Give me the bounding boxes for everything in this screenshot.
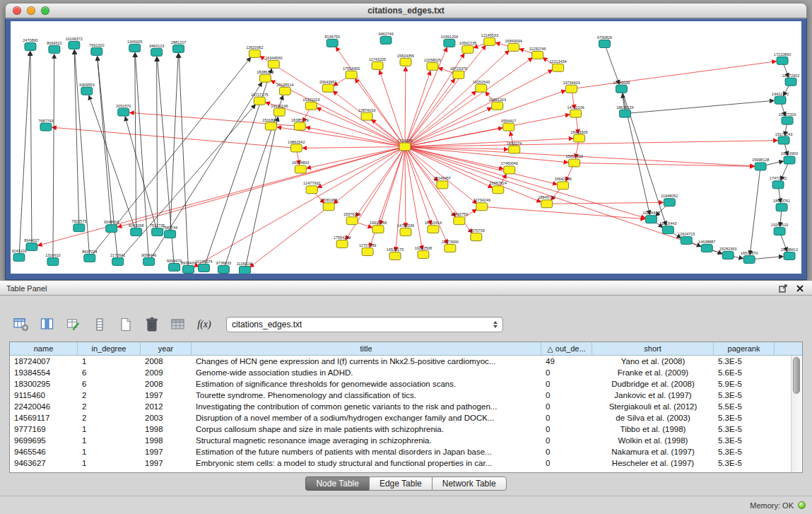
graph-edge[interactable] (336, 47, 405, 147)
new-file-icon[interactable] (117, 315, 134, 334)
graph-node[interactable] (49, 45, 60, 53)
graph-node[interactable] (775, 96, 786, 104)
graph-edge[interactable] (260, 57, 405, 147)
graph-node[interactable] (503, 123, 514, 131)
graph-node[interactable] (218, 266, 229, 274)
column-header-pagerank[interactable]: pagerank (714, 342, 775, 355)
graph-node[interactable] (249, 49, 260, 57)
column-settings-icon[interactable] (13, 315, 30, 334)
graph-node[interactable] (169, 264, 180, 271)
graph-node[interactable] (69, 41, 80, 49)
column-header-title[interactable]: title (192, 342, 541, 355)
graph-edge[interactable] (405, 141, 777, 147)
graph-node[interactable] (664, 199, 675, 206)
graph-node[interactable] (772, 181, 784, 189)
graph-node[interactable] (462, 45, 473, 53)
graph-edge[interactable] (405, 90, 565, 146)
graph-node[interactable] (372, 226, 384, 233)
graph-node[interactable] (569, 159, 580, 167)
table-row[interactable]: 946554611997Estimation of the future num… (10, 446, 802, 457)
graph-node[interactable] (268, 60, 279, 68)
scrollbar-thumb[interactable] (793, 357, 800, 394)
table-row[interactable]: 911546021997Tourette syndrome. Phenomeno… (10, 390, 802, 401)
graph-node[interactable] (574, 134, 585, 142)
network-canvas[interactable]: 1724076165327495544171086120316251543187… (11, 21, 801, 274)
graph-node[interactable] (645, 216, 657, 223)
graph-node[interactable] (476, 84, 487, 92)
delete-icon[interactable] (143, 315, 160, 334)
graph-node[interactable] (504, 166, 515, 174)
graph-node[interactable] (26, 243, 37, 251)
graph-node[interactable] (444, 39, 455, 47)
close-panel-icon[interactable] (794, 283, 806, 294)
graph-node[interactable] (784, 156, 795, 164)
graph-node[interactable] (199, 264, 210, 272)
graph-node[interactable] (183, 266, 194, 274)
graph-node[interactable] (476, 203, 488, 211)
graph-edge[interactable] (604, 44, 619, 84)
graph-edge[interactable] (405, 115, 570, 147)
graph-node[interactable] (239, 267, 250, 274)
graph-edge[interactable] (170, 54, 179, 234)
network-svg[interactable]: 1724076165327495544171086120316251543187… (11, 21, 801, 274)
graph-node[interactable] (558, 182, 569, 189)
graph-node[interactable] (541, 200, 553, 208)
graph-node[interactable] (508, 43, 519, 51)
graph-node[interactable] (165, 230, 176, 238)
show-columns-icon[interactable] (39, 315, 56, 334)
graph-node[interactable] (743, 256, 755, 264)
graph-edge[interactable] (135, 53, 136, 232)
table-row[interactable]: 1830029562008Estimation of significance … (10, 378, 802, 390)
graph-node[interactable] (84, 255, 95, 262)
graph-node[interactable] (259, 74, 271, 82)
graph-edge[interactable] (306, 127, 405, 147)
graph-node[interactable] (91, 47, 102, 55)
graph-node[interactable] (400, 58, 411, 66)
column-icon[interactable] (91, 315, 108, 334)
graph-node[interactable] (553, 64, 564, 71)
table-row[interactable]: 969969511998Structural magnetic resonanc… (10, 435, 802, 446)
window-titlebar[interactable]: citations_edges.txt (5, 3, 807, 18)
graph-edge[interactable] (405, 67, 406, 147)
graph-node[interactable] (151, 48, 163, 56)
graph-node[interactable] (777, 57, 788, 64)
graph-edge[interactable] (302, 147, 405, 148)
graph-node[interactable] (254, 97, 265, 105)
graph-edge[interactable] (307, 147, 405, 168)
graph-edge[interactable] (547, 202, 664, 204)
table-select-dropdown[interactable]: citations_edges.txt (226, 317, 503, 332)
graph-edge[interactable] (30, 52, 32, 247)
graph-node[interactable] (785, 78, 796, 86)
zoom-window-icon[interactable] (41, 6, 49, 15)
graph-node[interactable] (389, 252, 401, 260)
graph-node[interactable] (143, 258, 155, 266)
graph-node[interactable] (492, 102, 503, 110)
close-window-icon[interactable] (13, 6, 21, 15)
graph-edge[interactable] (266, 103, 405, 147)
graph-edge[interactable] (405, 45, 486, 146)
graph-node[interactable] (306, 186, 317, 194)
graph-node[interactable] (273, 108, 285, 116)
graph-edge[interactable] (405, 107, 492, 146)
table-row[interactable]: 1456911722003Disruption of a novel membe… (10, 412, 802, 424)
graph-edge[interactable] (19, 52, 30, 257)
graph-node[interactable] (509, 146, 520, 153)
graph-edge[interactable] (572, 62, 777, 89)
table-row[interactable]: 1872400712008Changes of HCN gene express… (10, 356, 802, 367)
graph-node[interactable] (305, 102, 317, 110)
graph-edge[interactable] (118, 105, 256, 262)
graph-node[interactable] (599, 40, 611, 47)
column-header-name[interactable]: name (10, 342, 78, 355)
graph-edge[interactable] (750, 166, 760, 255)
graph-node[interactable] (346, 217, 358, 225)
float-panel-icon[interactable] (777, 283, 789, 294)
graph-node[interactable] (326, 39, 338, 47)
graph-node[interactable] (445, 245, 456, 252)
graph-edge[interactable] (405, 147, 406, 228)
graph-edge[interactable] (482, 206, 645, 218)
graph-node[interactable] (322, 84, 334, 92)
graph-node[interactable] (471, 233, 482, 241)
graph-edge[interactable] (179, 54, 189, 269)
graph-node[interactable] (428, 226, 439, 233)
graph-node[interactable] (346, 71, 357, 78)
